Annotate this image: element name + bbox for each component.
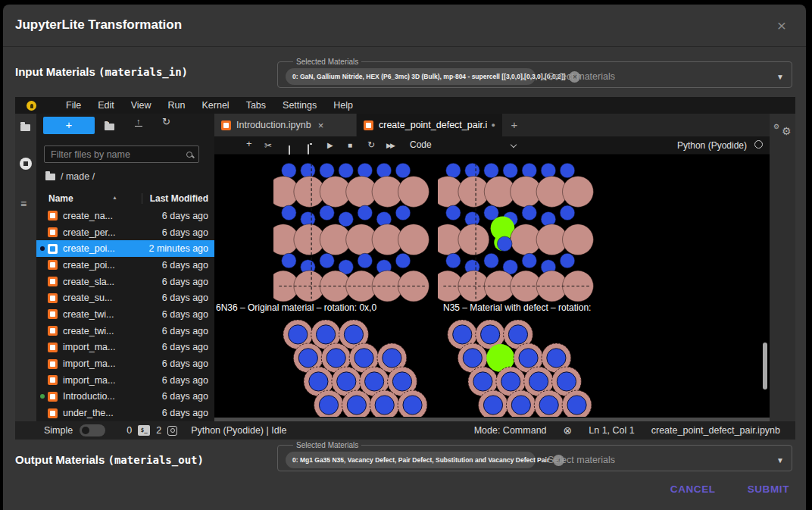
- menu-item-kernel[interactable]: Kernel: [194, 100, 238, 111]
- tab-close-icon[interactable]: ×: [318, 120, 324, 131]
- sort-asc-icon[interactable]: ▲: [112, 195, 117, 200]
- chevron-down-icon[interactable]: ▼: [776, 73, 784, 81]
- file-row[interactable]: create_sla...6 days ago: [36, 274, 214, 290]
- file-list: create_na...6 days agocreate_per...6 day…: [36, 208, 214, 421]
- materials-in-code: (materials_in): [98, 66, 188, 78]
- input-selected-materials-field[interactable]: Selected Materials 0: GaN, Gallium Nitri…: [277, 58, 792, 88]
- kernel-sessions-icon[interactable]: [167, 426, 177, 436]
- file-row[interactable]: create_poi...2 minutes ago: [36, 240, 214, 257]
- running-sessions-icon[interactable]: [20, 158, 32, 170]
- file-row[interactable]: import_ma...6 days ago: [36, 355, 214, 372]
- input-material-chip-label: 0: GaN, Gallium Nitride, HEX (P6_3mc) 3D…: [292, 73, 565, 80]
- lattice-side-original: [273, 161, 433, 305]
- menu-item-view[interactable]: View: [123, 100, 160, 111]
- cell-type-dropdown[interactable]: Code: [410, 139, 432, 150]
- simple-mode-toggle[interactable]: [80, 424, 105, 436]
- file-filter-box[interactable]: [44, 145, 199, 163]
- stop-icon[interactable]: ■: [348, 140, 352, 151]
- restart-run-all-icon[interactable]: ▶▶: [386, 140, 394, 151]
- breadcrumb[interactable]: / made /: [45, 171, 95, 182]
- notebook-file-icon: [48, 375, 58, 385]
- file-row[interactable]: under_the...6 days ago: [36, 405, 214, 421]
- terminal-icon[interactable]: $_: [138, 425, 150, 436]
- file-row[interactable]: create_twi...6 days ago: [36, 323, 214, 339]
- notebook-file-icon: [48, 244, 58, 254]
- tab-dirty-icon[interactable]: ●: [492, 121, 495, 129]
- output-fieldset-legend: Selected Materials: [293, 441, 361, 449]
- lattice-side-defect: [438, 161, 597, 305]
- output-select-placeholder[interactable]: Select materials: [548, 455, 615, 465]
- input-material-chip[interactable]: 0: GaN, Gallium Nitride, HEX (P6_3mc) 3D…: [286, 68, 536, 85]
- new-folder-icon[interactable]: +: [105, 120, 114, 133]
- refresh-icon[interactable]: ↻: [162, 116, 170, 127]
- unsaved-dot-icon: [40, 246, 45, 251]
- paste-icon[interactable]: [308, 144, 309, 155]
- upload-icon[interactable]: ↑: [135, 117, 142, 127]
- file-row[interactable]: import_ma...6 days ago: [36, 339, 214, 356]
- kernel-status-text[interactable]: Python (Pyodide) | Idle: [191, 425, 286, 436]
- chevron-down-icon[interactable]: ▼: [776, 456, 784, 465]
- file-row[interactable]: create_su...6 days ago: [36, 289, 214, 306]
- notebook-tab[interactable]: create_point_defect_pair.ip●: [357, 114, 502, 136]
- file-row[interactable]: import_ma...6 days ago: [36, 372, 214, 389]
- menu-item-settings[interactable]: Settings: [274, 100, 325, 111]
- page-title: JupyterLite Transformation: [15, 17, 182, 33]
- file-modified: 6 days ago: [162, 211, 208, 221]
- column-last-modified[interactable]: Last Modified: [142, 193, 208, 204]
- statusbar-filename: create_point_defect_pair.ipynb: [651, 425, 780, 436]
- file-row[interactable]: create_poi...6 days ago: [36, 257, 214, 274]
- file-row[interactable]: Introductio...6 days ago: [36, 389, 214, 405]
- file-modified: 6 days ago: [162, 309, 208, 320]
- file-modified: 6 days ago: [162, 293, 208, 303]
- new-tab-button[interactable]: +: [503, 114, 526, 136]
- file-modified: 6 days ago: [162, 277, 208, 287]
- file-browser-icon[interactable]: [20, 124, 30, 131]
- vertical-scrollbar[interactable]: [763, 343, 767, 390]
- menu-item-run[interactable]: Run: [160, 100, 194, 111]
- trust-shield-icon[interactable]: ⊗: [564, 424, 573, 436]
- new-launcher-button[interactable]: +: [43, 117, 95, 134]
- search-icon: [186, 152, 192, 158]
- file-row[interactable]: create_na...6 days ago: [36, 208, 214, 224]
- dialog-header: JupyterLite Transformation ×: [3, 5, 806, 47]
- table-of-contents-icon[interactable]: ≡: [20, 199, 27, 209]
- menu-item-tabs[interactable]: Tabs: [238, 100, 274, 111]
- input-select-placeholder[interactable]: Select materials: [548, 71, 615, 82]
- menu-item-file[interactable]: File: [58, 100, 89, 111]
- notebook-tab[interactable]: Introduction.ipynb×: [214, 114, 356, 136]
- add-cell-icon[interactable]: +: [246, 139, 252, 149]
- close-icon[interactable]: ×: [777, 17, 786, 33]
- output-material-chip[interactable]: 0: Mg1 Ga35 N35, Vacancy Defect, Pair De…: [286, 452, 536, 468]
- file-name: create_per...: [63, 227, 116, 238]
- run-icon[interactable]: ▶: [327, 140, 333, 151]
- column-name[interactable]: Name: [48, 193, 73, 204]
- kernel-count[interactable]: 2: [156, 425, 161, 436]
- property-inspector-icon[interactable]: ⚙⚙: [776, 121, 792, 135]
- file-row[interactable]: create_per...6 days ago: [36, 224, 214, 241]
- cut-icon[interactable]: ✂: [264, 140, 272, 151]
- home-folder-icon[interactable]: [45, 174, 55, 180]
- kernel-status-icon[interactable]: [754, 140, 763, 149]
- menu-item-edit[interactable]: Edit: [89, 100, 123, 111]
- lattice-top-defect: [438, 320, 597, 420]
- file-modified: 6 days ago: [162, 260, 208, 271]
- menu-item-help[interactable]: Help: [325, 100, 361, 111]
- file-name: create_poi...: [63, 260, 115, 271]
- input-materials-label: Input Materials (materials_in): [15, 65, 188, 78]
- file-filter-input[interactable]: [51, 149, 186, 160]
- submit-button[interactable]: SUBMIT: [748, 483, 789, 495]
- cursor-position[interactable]: Ln 1, Col 1: [589, 425, 634, 436]
- file-name: create_su...: [63, 293, 112, 303]
- file-row[interactable]: create_twi...6 days ago: [36, 306, 214, 323]
- notebook-file-icon: [364, 120, 373, 130]
- output-selected-materials-field[interactable]: Selected Materials 0: Mg1 Ga35 N35, Vaca…: [277, 441, 792, 471]
- jupyterlite-logo-icon: [27, 101, 36, 111]
- output-material-chip-label: 0: Mg1 Ga35 N35, Vacancy Defect, Pair De…: [292, 456, 549, 464]
- kernel-name-button[interactable]: Python (Pyodide): [677, 140, 747, 151]
- terminal-count[interactable]: 0: [126, 425, 132, 436]
- mode-indicator[interactable]: Mode: Command: [474, 425, 547, 436]
- cancel-button[interactable]: CANCEL: [670, 483, 716, 495]
- cell-type-chevron-icon[interactable]: [511, 142, 517, 148]
- file-name: import_ma...: [63, 342, 115, 352]
- restart-kernel-icon[interactable]: ↻: [367, 139, 375, 150]
